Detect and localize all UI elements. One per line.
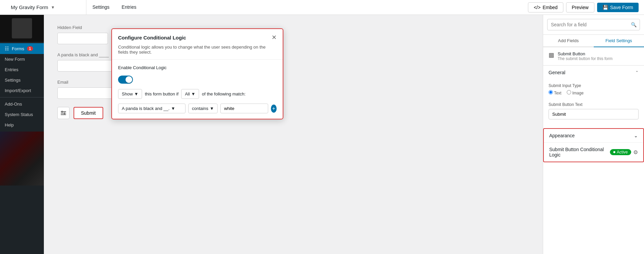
hidden-field-input[interactable] bbox=[57, 33, 108, 44]
sidebar-system-status-label: System Status bbox=[5, 112, 33, 117]
radio-text-label: Text bbox=[554, 91, 561, 95]
submit-button-text-label: Submit Button Text bbox=[549, 102, 639, 107]
sidebar-item-new-form[interactable]: New Form bbox=[0, 54, 44, 64]
preview-button[interactable]: Preview bbox=[566, 2, 594, 12]
modal-title: Configure Conditional Logic bbox=[118, 35, 186, 40]
tab-field-settings[interactable]: Field Settings bbox=[594, 35, 644, 47]
sidebar-item-system-status[interactable]: System Status bbox=[0, 109, 44, 120]
sidebar-import-export-label: Import/Export bbox=[5, 88, 31, 93]
submit-button-icon: ▩ bbox=[549, 51, 554, 59]
sidebar-bottom bbox=[0, 132, 44, 186]
conditional-logic-label: Submit Button Conditional Logic bbox=[549, 147, 610, 158]
panel-tabs: Add Fields Field Settings bbox=[543, 35, 644, 47]
submit-button[interactable]: Submit bbox=[74, 107, 103, 119]
following-match-text: of the following match: bbox=[202, 91, 245, 96]
modal-body: Enable Conditional Logic Show ▼ this for… bbox=[112, 60, 283, 119]
add-condition-button[interactable]: + bbox=[271, 105, 277, 113]
submit-button-item: ▩ Submit Button The submit button for th… bbox=[543, 47, 644, 65]
enable-label: Enable Conditional Logic bbox=[118, 65, 167, 70]
forms-icon: ☷ bbox=[5, 46, 9, 51]
general-section-header[interactable]: General ⌃ bbox=[543, 65, 644, 79]
sidebar-settings-label: Settings bbox=[5, 78, 21, 83]
sidebar-divider bbox=[0, 97, 44, 97]
submit-input-type-label: Submit Input Type bbox=[549, 83, 639, 88]
chevron-down-icon: ▼ bbox=[134, 91, 139, 96]
condition-definition-row: A panda is black and __. ▼ contains ▼ + bbox=[118, 104, 277, 113]
svg-rect-1 bbox=[61, 113, 66, 114]
search-field-input[interactable] bbox=[547, 19, 640, 30]
chevron-down-icon-3: ▼ bbox=[171, 106, 175, 111]
appearance-section-content: Submit Button Conditional Logic Active ⚙ bbox=[544, 142, 643, 162]
submit-button-info: Submit Button The submit button for this… bbox=[558, 51, 613, 61]
sidebar-new-form-label: New Form bbox=[5, 57, 25, 62]
condition-field-dropdown[interactable]: A panda is black and __. ▼ bbox=[118, 104, 186, 113]
nav-entries[interactable]: Entries bbox=[116, 0, 143, 15]
sidebar-item-forms[interactable]: ☷ Forms 1 bbox=[0, 43, 44, 54]
submit-button-text-group: Submit Button Text bbox=[549, 102, 639, 119]
topbar-actions: </> Embed Preview 💾 Save Form bbox=[528, 2, 639, 12]
show-dropdown[interactable]: Show ▼ bbox=[118, 89, 142, 99]
submit-input-type-radio-group: Text Image bbox=[549, 90, 639, 97]
general-section-label: General bbox=[549, 70, 565, 75]
submit-button-text-input[interactable] bbox=[549, 109, 639, 119]
sidebar-item-addons[interactable]: Add-Ons bbox=[0, 99, 44, 109]
radio-image-input[interactable] bbox=[567, 90, 571, 94]
submit-button-info-desc: The submit button for this form bbox=[558, 56, 613, 61]
active-dot-icon bbox=[613, 151, 615, 153]
sidebar-section: ☷ Forms 1 New Form Entries Settings Impo… bbox=[0, 42, 44, 132]
form-selector[interactable]: My Gravity Form ▼ bbox=[5, 0, 86, 15]
submit-input-type-group: Submit Input Type Text Image bbox=[549, 83, 639, 97]
topbar-nav: Settings Entries bbox=[86, 0, 142, 15]
main-layout: ☷ Forms 1 New Form Entries Settings Impo… bbox=[0, 15, 644, 254]
appearance-section: Appearance ⌄ Submit Button Conditional L… bbox=[543, 128, 644, 162]
canvas: Hidden Field A panda is black and ____ *… bbox=[44, 15, 543, 254]
search-icon: 🔍 bbox=[631, 22, 637, 27]
form-name: My Gravity Form bbox=[11, 4, 48, 10]
general-chevron-icon: ⌃ bbox=[635, 70, 639, 75]
sidebar-item-entries[interactable]: Entries bbox=[0, 64, 44, 75]
conditional-logic-toggle[interactable] bbox=[118, 76, 133, 84]
toggle-row bbox=[118, 76, 277, 84]
right-panel: 🔍 Add Fields Field Settings ▩ Submit But… bbox=[543, 15, 644, 254]
chevron-down-icon: ▼ bbox=[51, 5, 55, 10]
radio-text-option[interactable]: Text bbox=[549, 90, 561, 95]
embed-button[interactable]: </> Embed bbox=[528, 2, 563, 12]
search-field-bar: 🔍 bbox=[543, 15, 644, 35]
radio-text-input[interactable] bbox=[549, 90, 553, 94]
logo-image bbox=[12, 18, 32, 38]
sidebar-item-import-export[interactable]: Import/Export bbox=[0, 85, 44, 96]
svg-rect-4 bbox=[64, 112, 65, 114]
field-settings-icon[interactable] bbox=[57, 107, 69, 119]
appearance-section-header[interactable]: Appearance ⌄ bbox=[544, 129, 643, 142]
sidebar-logo bbox=[0, 15, 44, 42]
tab-add-fields[interactable]: Add Fields bbox=[543, 35, 594, 47]
radio-image-option[interactable]: Image bbox=[567, 90, 584, 95]
sidebar-addons-label: Add-Ons bbox=[5, 102, 22, 107]
all-dropdown[interactable]: All ▼ bbox=[181, 89, 199, 99]
save-form-button[interactable]: 💾 Save Form bbox=[597, 3, 639, 12]
conditional-logic-gear-button[interactable]: ⚙ bbox=[633, 149, 638, 156]
nav-settings[interactable]: Settings bbox=[86, 0, 116, 15]
submit-button-info-title: Submit Button bbox=[558, 51, 613, 56]
sidebar-item-help[interactable]: Help bbox=[0, 120, 44, 130]
radio-image-label: Image bbox=[572, 91, 583, 95]
toggle-knob bbox=[125, 76, 132, 83]
appearance-section-label: Appearance bbox=[549, 133, 575, 138]
save-icon: 💾 bbox=[603, 5, 608, 10]
forms-badge: 1 bbox=[27, 46, 33, 51]
condition-value-input[interactable] bbox=[220, 104, 268, 113]
modal-header: Configure Conditional Logic ✕ bbox=[112, 29, 283, 45]
svg-rect-2 bbox=[61, 114, 66, 115]
chevron-down-icon-2: ▼ bbox=[191, 91, 196, 96]
svg-rect-0 bbox=[61, 111, 66, 112]
active-label: Active bbox=[617, 150, 628, 154]
sidebar: ☷ Forms 1 New Form Entries Settings Impo… bbox=[0, 15, 44, 254]
form-button-text: this form button if bbox=[145, 91, 178, 96]
conditional-logic-modal[interactable]: Configure Conditional Logic ✕ Conditiona… bbox=[111, 28, 283, 119]
condition-operator-dropdown[interactable]: contains ▼ bbox=[188, 104, 218, 113]
sidebar-thumbnail bbox=[0, 132, 44, 186]
sidebar-item-settings[interactable]: Settings bbox=[0, 75, 44, 85]
code-icon: </> bbox=[534, 5, 540, 10]
sidebar-help-label: Help bbox=[5, 122, 14, 128]
modal-close-button[interactable]: ✕ bbox=[272, 34, 277, 41]
